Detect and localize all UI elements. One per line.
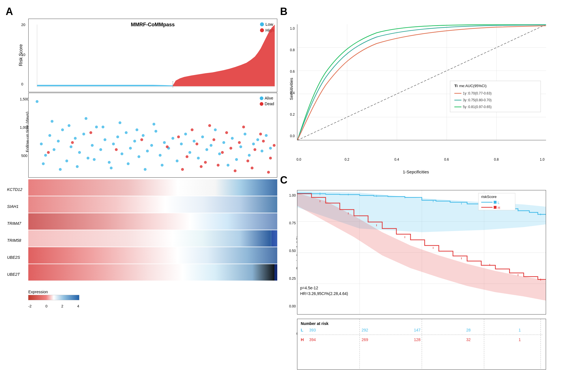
svg-point-65 [102, 126, 104, 128]
svg-point-99 [242, 126, 245, 128]
svg-point-67 [119, 121, 121, 124]
low-val-2: 147 [414, 328, 437, 332]
svg-point-66 [110, 167, 113, 169]
roc-x-tick-06: 0.6 [444, 158, 449, 161]
svg-point-31 [159, 154, 162, 157]
svg-point-68 [127, 162, 130, 165]
svg-point-90 [269, 157, 272, 160]
high-val-4: 1 [519, 337, 541, 342]
risk-table-grid [297, 319, 546, 369]
svg-point-73 [47, 151, 50, 154]
svg-point-71 [152, 123, 155, 126]
roc-y-tick-00: 0.0 [290, 134, 295, 138]
scatter-plot: Alive Dead [28, 93, 277, 178]
svg-point-98 [234, 169, 237, 172]
svg-point-91 [273, 144, 276, 147]
svg-point-50 [239, 145, 242, 148]
svg-point-101 [259, 133, 262, 135]
risk-table-title: Number at risk [301, 321, 542, 326]
svg-point-45 [218, 152, 221, 155]
panel-c-label: C [280, 174, 557, 186]
svg-point-46 [222, 141, 225, 144]
dead-label: Dead [265, 102, 274, 106]
alive-dot [260, 96, 263, 100]
svg-point-32 [163, 141, 166, 144]
svg-rect-106 [28, 213, 277, 230]
low-val-1: 292 [362, 328, 384, 332]
svg-point-88 [253, 148, 256, 151]
roc-x-tick-10: 1.0 [540, 158, 545, 161]
expression-label: Expression [28, 290, 274, 294]
svg-point-100 [251, 167, 253, 169]
roc-x-tick-08: 0.8 [494, 158, 499, 161]
risk-y-tick-20: 20 [21, 23, 25, 27]
gene-label-trim58: TRIM58 [7, 238, 21, 243]
dead-dot [260, 102, 263, 106]
svg-text:1y :0.70(0.77-0.63): 1y :0.70(0.77-0.63) [463, 91, 491, 95]
svg-point-74 [71, 141, 74, 144]
km-y-tick-000: 0.00 [289, 304, 296, 308]
roc-x-tick-02: 0.2 [345, 158, 349, 161]
svg-text:me:AUC(95%CI): me:AUC(95%CI) [459, 84, 487, 88]
roc-chart-area: Ti me:AUC(95%CI) 1y :0.70(0.77-0.63) 3y … [297, 24, 546, 140]
svg-point-29 [150, 144, 153, 147]
risk-table-high-row: H 394 269 128 32 1 [301, 337, 542, 342]
svg-point-57 [269, 147, 272, 150]
svg-point-64 [93, 158, 96, 161]
km-svg: riskScore L H p=4.5e-12 HR=3.26,95CI%(2.… [297, 190, 546, 315]
svg-point-49 [235, 158, 238, 161]
km-y-tick-025: 0.25 [289, 277, 296, 281]
svg-text:HR=3.26,95CI%(2.28,4.64): HR=3.26,95CI%(2.28,4.64) [300, 291, 348, 296]
high-val-1: 269 [362, 337, 384, 342]
svg-point-102 [267, 171, 270, 174]
svg-point-13 [82, 133, 85, 135]
roc-svg: Ti me:AUC(95%CI) 1y :0.70(0.77-0.63) 3y … [297, 24, 546, 140]
svg-text:p=4.5e-12: p=4.5e-12 [300, 286, 318, 290]
svg-point-62 [76, 165, 79, 168]
svg-point-41 [201, 135, 204, 138]
svg-point-47 [227, 164, 229, 167]
svg-point-10 [70, 145, 72, 148]
svg-point-20 [112, 143, 115, 145]
svg-point-19 [108, 161, 111, 164]
svg-rect-112 [28, 295, 79, 300]
roc-y-axis-label: Sensitivities [289, 78, 294, 100]
svg-point-69 [136, 128, 138, 131]
svg-point-48 [231, 137, 234, 140]
svg-point-37 [184, 133, 187, 135]
svg-rect-104 [28, 179, 277, 196]
svg-point-36 [180, 143, 183, 145]
svg-point-3 [40, 143, 43, 145]
svg-point-28 [146, 150, 149, 152]
risk-y-tick-10: 10 [21, 53, 25, 57]
svg-point-76 [115, 148, 118, 151]
roc-y-tick-04: 0.4 [290, 91, 295, 95]
svg-point-22 [121, 152, 123, 155]
low-val-4: 1 [519, 328, 541, 332]
gene-label-ube2s: UBE2S [7, 255, 20, 260]
colorbar-tick-4: 4 [77, 304, 79, 308]
gene-label-ube2t: UBE2T [7, 272, 20, 277]
svg-point-96 [217, 164, 220, 167]
svg-point-6 [53, 148, 55, 151]
svg-point-18 [104, 138, 106, 141]
svg-point-42 [205, 148, 208, 151]
svg-point-89 [262, 140, 265, 143]
svg-point-85 [229, 147, 232, 150]
color-scale-legend: Expression -2 0 [28, 290, 274, 308]
svg-point-44 [214, 128, 217, 131]
risk-table: Number at risk L 393 292 147 28 1 [297, 319, 546, 370]
svg-point-86 [238, 141, 241, 144]
svg-point-54 [256, 138, 259, 141]
svg-text:Ti: Ti [454, 84, 457, 88]
svg-point-103 [36, 100, 38, 103]
heatmap-svg [28, 179, 277, 287]
gene-label-siah1: SIAH1 [7, 204, 18, 209]
gene-label-trim47: TRIM47 [7, 221, 21, 226]
svg-point-97 [225, 131, 228, 134]
svg-rect-109 [28, 264, 277, 281]
svg-point-27 [142, 134, 145, 137]
scatter-y-tick-500: 500 [21, 154, 27, 158]
svg-point-83 [212, 138, 215, 141]
colorbar-svg [28, 295, 79, 303]
